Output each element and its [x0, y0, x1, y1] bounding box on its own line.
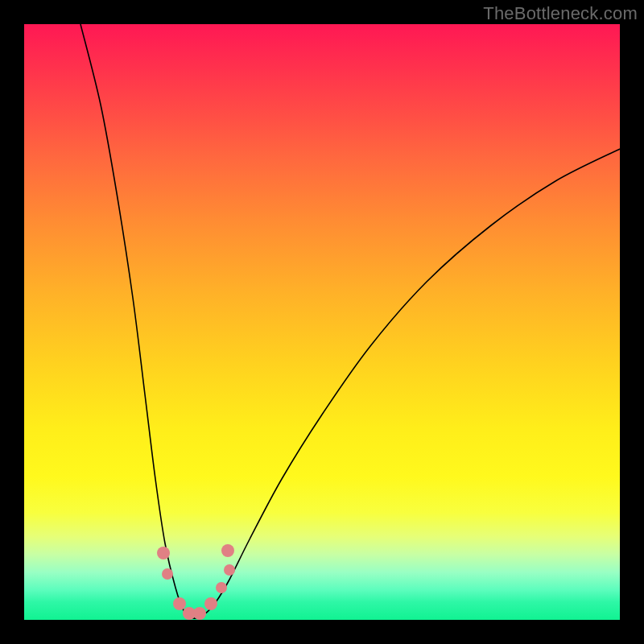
curve-marker	[173, 597, 186, 610]
plot-area	[24, 24, 620, 620]
chart-svg	[24, 24, 620, 620]
bottleneck-curve	[80, 24, 620, 618]
curve-marker	[193, 607, 206, 620]
curve-marker	[221, 544, 234, 557]
curve-marker	[157, 547, 170, 559]
curve-marker	[162, 568, 173, 580]
watermark-text: TheBottleneck.com	[483, 3, 638, 24]
chart-frame: TheBottleneck.com	[0, 0, 644, 644]
curve-marker	[204, 597, 217, 610]
curve-marker	[224, 564, 235, 576]
curve-marker	[216, 582, 227, 593]
curve-markers	[157, 544, 235, 620]
